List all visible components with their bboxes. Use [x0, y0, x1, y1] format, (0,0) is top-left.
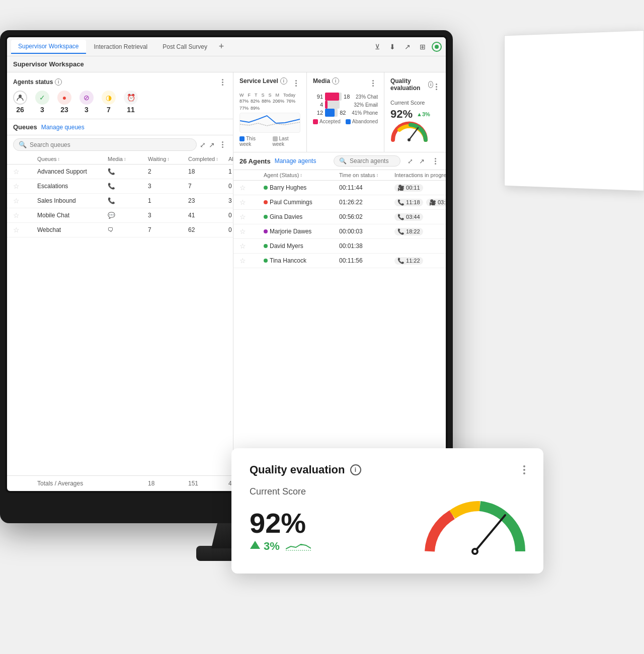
media-legend: Accepted Abandoned [313, 119, 378, 124]
agents-header-row: 26 Agents Manage agents 🔍 ⤢ ↗ [233, 152, 446, 170]
agents-status-menu[interactable] [218, 77, 227, 87]
agent-row-paul-cummings[interactable]: ☆ Paul Cummings 01:26:22 📞 11:18 🎥 03:26… [233, 195, 446, 210]
status-indicator [432, 42, 442, 52]
away-count: 7 [107, 106, 111, 114]
totals-completed: 151 [188, 480, 228, 487]
queue-row-mobile-chat[interactable]: ☆ Mobile Chat 💬 3 41 0 [7, 208, 233, 223]
queue-name: Sales Inbound [37, 197, 108, 204]
popup-info-icon[interactable]: i [350, 464, 361, 475]
queue-name: Mobile Chat [37, 212, 108, 219]
agent-time: 00:01:38 [339, 242, 394, 250]
quality-menu[interactable] [433, 82, 440, 91]
queue-name: Escalations [37, 183, 108, 190]
agent-interactions: 📞 03:44 [394, 213, 446, 221]
completed-count: 7 [188, 183, 228, 190]
queues-table-header: Queues ↕ Media ↕ Waiting ↕ Completed ↕ A… [7, 154, 233, 165]
star-icon[interactable]: ☆ [239, 242, 252, 250]
queues-search-input[interactable] [30, 141, 90, 148]
star-icon[interactable]: ☆ [239, 227, 252, 235]
agents-search-input[interactable] [350, 157, 395, 165]
agents-search-icon: 🔍 [339, 157, 347, 165]
media-menu[interactable] [369, 78, 378, 88]
current-score-label: Current Score [390, 100, 440, 106]
share-icon[interactable]: ↗ [401, 41, 414, 53]
manage-queues-button[interactable]: Manage queues [41, 124, 85, 131]
agent-row-marjorie-dawes[interactable]: ☆ Marjorie Dawes 00:00:03 📞 18:22 [233, 224, 446, 239]
star-icon[interactable]: ☆ [13, 168, 25, 176]
agent-name: Paul Cummings [264, 199, 339, 206]
abandoned-count: 0 [228, 183, 233, 190]
totals-row: Totals / Averages 18 151 4 [7, 475, 233, 491]
star-icon[interactable]: ☆ [239, 198, 252, 206]
media-info-icon[interactable]: i [332, 77, 339, 85]
agent-row-gina-davies[interactable]: ☆ Gina Davies 00:56:02 📞 03:44 [233, 210, 446, 224]
star-icon[interactable]: ☆ [13, 197, 25, 205]
download-icon[interactable]: ⬇ [386, 41, 398, 53]
popup-title: Quality evaluation i [250, 463, 525, 476]
sl-info-icon[interactable]: i [280, 77, 287, 85]
filter-icon[interactable]: ⊻ [371, 41, 383, 53]
agent-time: 01:26:22 [339, 199, 394, 206]
queue-row-escalations[interactable]: ☆ Escalations 📞 3 7 0 [7, 179, 233, 194]
col-interactions: Interactions in progress ↕ [394, 172, 446, 178]
star-icon[interactable]: ☆ [239, 213, 252, 221]
manage-agents-button[interactable]: Manage agents [275, 157, 316, 165]
add-tab-button[interactable]: + [215, 41, 227, 53]
agents-status-info-icon[interactable]: i [55, 78, 62, 86]
quality-info-icon[interactable]: i [428, 81, 433, 88]
title-bar: Supervisor Workspace [7, 56, 446, 72]
abandoned-count: 0 [228, 226, 233, 233]
star-icon[interactable]: ☆ [13, 182, 25, 190]
agent-interactions: 📞 11:18 🎥 03:26 +1 [394, 198, 446, 206]
sl-menu[interactable] [291, 78, 300, 88]
agent-interactions: 🎥 00:11 [394, 184, 446, 192]
svg-point-0 [19, 95, 22, 98]
expand-agents-icon[interactable]: ⤢ [408, 157, 413, 165]
sl-title: Service Level i [239, 77, 287, 85]
export-icon[interactable]: ↗ [209, 141, 215, 149]
star-icon[interactable]: ☆ [239, 184, 252, 192]
tab-supervisor-workspace[interactable]: Supervisor Workspace [11, 40, 86, 54]
tab-interaction-retrieval[interactable]: Interaction Retrieval [87, 40, 155, 53]
popup-score-number: 92% 3% [250, 507, 311, 553]
agent-interactions: 📞 18:22 [394, 228, 446, 235]
agents-status-header: Agents status i [13, 77, 227, 87]
status-total: 26 [13, 91, 27, 114]
queue-row-webchat[interactable]: ☆ Webchat 🗨 7 62 0 [7, 223, 233, 237]
monitor-bezel: Supervisor Workspace Interaction Retriev… [5, 35, 448, 493]
star-icon[interactable]: ☆ [13, 226, 25, 234]
dnd-count: 3 [85, 106, 89, 114]
queues-menu[interactable] [218, 140, 227, 149]
col-agent-status: Agent (Status) ↕ [264, 172, 339, 178]
right-panel: Service Level i WFTSSMToday [233, 72, 446, 491]
queues-search[interactable]: 🔍 [13, 138, 197, 151]
expand-icon[interactable]: ⤢ [200, 141, 206, 149]
queue-name: Advanced Support [37, 168, 108, 175]
grid-icon[interactable]: ⊞ [417, 41, 429, 53]
tab-post-call-survey[interactable]: Post Call Survey [155, 40, 214, 53]
agent-row-david-myers[interactable]: ☆ David Myers 00:01:38 [233, 239, 446, 254]
queues-title: Queues [13, 123, 37, 131]
quality-change: ▲3% [417, 111, 430, 117]
col-completed: Completed ↕ [188, 156, 228, 162]
waiting-count: 3 [148, 183, 188, 190]
media-icon: 💬 [108, 212, 148, 219]
star-icon[interactable]: ☆ [13, 211, 25, 219]
abandoned-count: 1 [228, 168, 233, 175]
agents-search[interactable]: 🔍 [334, 155, 400, 167]
total-icon [13, 91, 27, 105]
media-bar-phone: 12 82 41% Phone [313, 109, 378, 117]
agent-name: Barry Hughes [264, 184, 339, 191]
svg-line-1 [409, 128, 418, 140]
export-agents-icon[interactable]: ↗ [419, 157, 425, 165]
star-icon[interactable]: ☆ [239, 257, 252, 265]
agents-menu[interactable] [431, 156, 440, 166]
queue-row-sales-inbound[interactable]: ☆ Sales Inbound 📞 1 23 3 [7, 194, 233, 208]
queue-row-advanced-support[interactable]: ☆ Advanced Support 📞 2 18 1 [7, 165, 233, 179]
col-time-on-status: Time on status ↕ [339, 172, 394, 178]
waiting-count: 7 [148, 226, 188, 233]
agent-row-barry-hughes[interactable]: ☆ Barry Hughes 00:11:44 🎥 00:11 [233, 181, 446, 195]
agent-time: 00:11:56 [339, 257, 394, 264]
agent-row-tina-hancock[interactable]: ☆ Tina Hancock 00:11:56 📞 11:22 [233, 254, 446, 268]
popup-menu[interactable] [523, 465, 525, 474]
